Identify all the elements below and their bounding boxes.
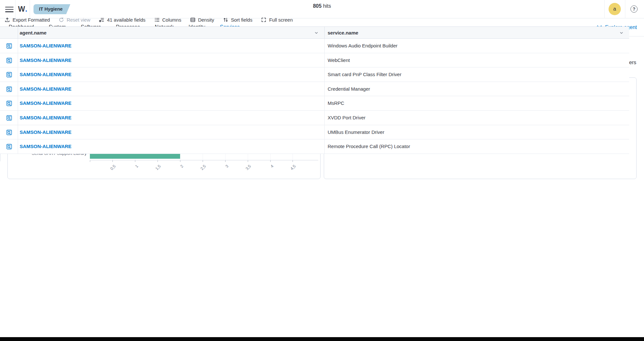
refresh-icon: [59, 17, 64, 23]
service-name-cell: Remote Procedure Call (RPC) Locator: [328, 139, 410, 154]
inspect-document-icon[interactable]: [6, 144, 12, 150]
x-tick-label: 3: [216, 164, 229, 177]
divider: [324, 111, 325, 125]
toolbar-label: Density: [198, 17, 214, 23]
column-header-agent-name[interactable]: agent.name: [20, 27, 46, 39]
full-screen-button[interactable]: Full screen: [261, 17, 293, 23]
inspect-document-icon[interactable]: [6, 115, 12, 121]
table-row: SAMSON-ALIENWARESmart card PnP Class Fil…: [0, 67, 629, 82]
toolbar-label: Sort fields: [231, 17, 253, 23]
toolbar-label: 41 available fields: [107, 17, 145, 23]
divider: [625, 0, 625, 18]
divider: [324, 39, 325, 53]
agent-name-link[interactable]: SAMSON-ALIENWARE: [20, 53, 72, 68]
service-name-cell: Smart card PnP Class Filter Driver: [328, 67, 401, 82]
divider: [324, 67, 325, 82]
x-tick-label: 4: [261, 164, 274, 177]
inspect-document-icon[interactable]: [6, 86, 12, 92]
x-tick-label: 1: [126, 164, 139, 177]
export-formatted-button[interactable]: Export Formatted: [5, 17, 50, 23]
table-row: SAMSON-ALIENWAREXVDD Port Driver: [0, 111, 629, 125]
agent-name-link[interactable]: SAMSON-ALIENWARE: [20, 39, 72, 53]
service-name-cell: MsRPC: [328, 96, 344, 111]
columns-button[interactable]: Columns: [154, 17, 181, 23]
x-tick: [225, 160, 226, 162]
divider: [324, 53, 325, 67]
agent-name-link[interactable]: SAMSON-ALIENWARE: [20, 111, 72, 125]
table-toolbar: Export FormattedReset view41 available f…: [5, 14, 293, 25]
inspect-document-icon[interactable]: [6, 43, 12, 49]
divider: [18, 27, 18, 38]
x-tick-label: 0,5: [103, 164, 117, 177]
agent-name-link[interactable]: SAMSON-ALIENWARE: [20, 67, 72, 82]
screen-bottom-edge: [0, 337, 644, 341]
x-tick-label: 2,5: [194, 164, 207, 177]
x-tick: [112, 160, 113, 162]
divider: [18, 96, 18, 110]
service-name-cell: Windows Audio Endpoint Builder: [328, 39, 398, 53]
hits-count: 805 hits: [0, 3, 629, 9]
table-row: SAMSON-ALIENWARECredential Manager: [0, 82, 629, 96]
agent-name-link[interactable]: SAMSON-ALIENWARE: [20, 82, 72, 96]
x-tick-label: 3,5: [238, 164, 252, 177]
x-tick: [270, 160, 271, 162]
divider: [324, 82, 325, 96]
density-button[interactable]: Density: [190, 17, 214, 23]
chevron-down-icon[interactable]: [314, 31, 319, 35]
service-name-cell: WebClient: [328, 53, 350, 68]
table-row: SAMSON-ALIENWARERemote Procedure Call (R…: [0, 139, 629, 154]
x-tick-label: 1,5: [149, 164, 162, 177]
table-row: SAMSON-ALIENWAREWindows Audio Endpoint B…: [0, 39, 629, 53]
agent-name-link[interactable]: SAMSON-ALIENWARE: [20, 96, 72, 111]
export-icon: [5, 17, 10, 23]
x-tick: [135, 160, 135, 162]
column-header-service-name[interactable]: service.name: [328, 27, 358, 39]
table-row: SAMSON-ALIENWAREMsRPC: [0, 96, 629, 111]
sort-icon: [223, 17, 228, 23]
divider: [18, 39, 18, 53]
divider: [324, 139, 325, 154]
toolbar-label: Full screen: [269, 17, 293, 23]
divider: [18, 82, 18, 96]
x-axis-line: [90, 160, 318, 160]
chevron-down-icon[interactable]: [619, 31, 624, 35]
divider: [18, 125, 18, 139]
41-available-fields-button[interactable]: 41 available fields: [99, 17, 145, 23]
inspect-document-icon[interactable]: [6, 129, 12, 135]
service-name-cell: Credential Manager: [328, 82, 370, 96]
density-icon: [190, 17, 196, 23]
x-tick: [158, 160, 158, 162]
reset-view-button: Reset view: [59, 17, 90, 23]
x-tick: [203, 160, 203, 162]
x-tick: [293, 160, 293, 162]
sort-fields-button[interactable]: Sort fields: [223, 17, 253, 23]
table-row: SAMSON-ALIENWAREUMBus Enumerator Driver: [0, 125, 629, 140]
toolbar-label: Columns: [162, 17, 181, 23]
divider: [18, 139, 18, 154]
service-name-cell: UMBus Enumerator Driver: [328, 125, 384, 140]
toolbar-label: Export Formatted: [13, 17, 50, 23]
x-tick: [248, 160, 248, 162]
divider: [18, 111, 18, 125]
table-row: SAMSON-ALIENWAREWebClient: [0, 53, 629, 68]
table-header-row: agent.name service.name: [0, 26, 629, 39]
inspect-document-icon[interactable]: [6, 72, 12, 78]
table-body: SAMSON-ALIENWAREWindows Audio Endpoint B…: [0, 39, 629, 154]
divider: [604, 0, 605, 18]
divider: [324, 96, 325, 110]
divider: [324, 27, 325, 38]
divider: [18, 53, 18, 67]
agent-name-link[interactable]: SAMSON-ALIENWARE: [20, 139, 72, 154]
divider: [324, 125, 325, 139]
x-tick: [180, 160, 180, 162]
agent-name-link[interactable]: SAMSON-ALIENWARE: [20, 125, 72, 140]
x-tick-label: 2: [171, 164, 184, 177]
toolbar-label: Reset view: [67, 17, 90, 23]
fields-icon: [99, 17, 104, 23]
inspect-document-icon[interactable]: [6, 100, 12, 106]
x-tick: [90, 160, 90, 162]
fullscreen-icon: [261, 17, 266, 23]
service-name-cell: XVDD Port Driver: [328, 111, 366, 125]
wazuh-it-hygiene-page: W. IT Hygiene a ? DashboardSystemSoftwar…: [0, 0, 644, 341]
inspect-document-icon[interactable]: [6, 57, 12, 64]
